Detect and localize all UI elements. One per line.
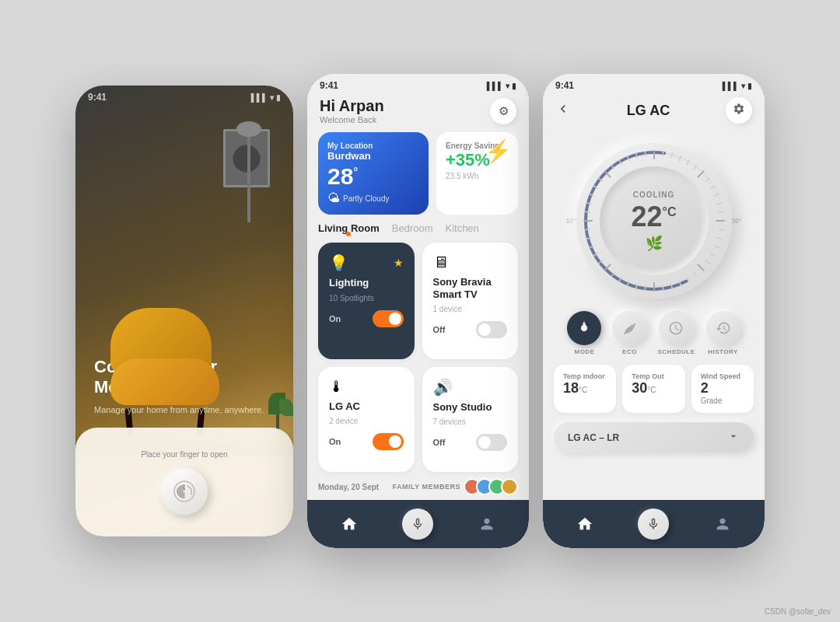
svg-line-19	[584, 211, 589, 212]
ac-status: On	[329, 437, 341, 446]
nav-home-button[interactable]	[334, 508, 365, 540]
mode-buttons-row: MODE ECO SCHEDULE	[543, 306, 765, 360]
phone-1: 9:41 ▌▌▌ ▾ ▮	[75, 86, 293, 536]
weather-location-label: My Location	[327, 142, 419, 150]
phone3-gear-icon	[733, 103, 745, 118]
svg-line-31	[662, 152, 663, 156]
lamp-pole	[247, 121, 250, 222]
watermark: CSDN @sofar_dev	[765, 607, 831, 616]
phone2-footer: Monday, 20 Sept FAMILY MEMBERS	[307, 472, 529, 500]
tab-bedroom[interactable]: Bedroom	[392, 222, 433, 236]
dial-outer[interactable]: /* ticks generated via JS */ // Draw tic…	[576, 143, 732, 299]
ac-zone-dropdown[interactable]: LG AC – LR	[554, 422, 754, 453]
ac-toggle[interactable]	[373, 433, 404, 450]
tv-status: Off	[433, 325, 446, 334]
avatar-4	[501, 478, 518, 495]
phone3-nav-mic-button[interactable]	[638, 508, 669, 540]
weather-desc: Partly Cloudy	[343, 194, 389, 203]
stats-row: Temp Indoor 18°C Temp Out 30°C Wind Spee…	[543, 360, 765, 418]
dial-svg: /* ticks generated via JS */	[576, 143, 732, 299]
phone3-nav	[543, 500, 765, 548]
svg-line-53	[662, 285, 663, 290]
bolt-icon: ⚡	[485, 138, 512, 164]
device-card-tv: 🖥 Sony Bravia Smart TV 1 device Off	[422, 243, 519, 359]
phone3-status-bar: 9:41 ▌▌▌ ▾ ▮	[543, 74, 765, 94]
back-button[interactable]	[555, 101, 571, 121]
svg-line-48	[698, 265, 703, 271]
mode-icon-history	[706, 311, 740, 345]
mode-button-eco[interactable]: ECO	[612, 311, 646, 355]
tv-count: 1 device	[433, 305, 508, 313]
chair	[110, 308, 219, 435]
phone2-status-bar: 9:41 ▌▌▌ ▾ ▮	[307, 74, 529, 94]
tab-living-room[interactable]: Living Room	[318, 222, 380, 236]
svg-line-44	[717, 238, 722, 239]
weather-city: Burdwan	[327, 150, 419, 162]
tv-icon: 🖥	[433, 253, 508, 271]
stat-wind-value: 2	[701, 380, 744, 397]
tab-kitchen[interactable]: Kitchen	[445, 222, 478, 236]
speaker-toggle[interactable]	[476, 434, 507, 451]
mode-label-schedule: SCHEDULE	[657, 348, 695, 355]
phone1-bottom: Place your finger to open	[75, 428, 293, 536]
mode-icon-schedule	[659, 311, 693, 345]
phone3-settings-button[interactable]	[726, 97, 752, 124]
mode-label-eco: ECO	[622, 348, 637, 355]
fingerprint-button[interactable]	[161, 468, 208, 515]
phone1-status-icons: ▌▌▌ ▾ ▮	[251, 93, 281, 102]
stat-wind-label: Wind Speed	[701, 372, 744, 380]
stat-indoor-label: Temp Indoor	[563, 372, 607, 380]
phone2-nav	[307, 500, 529, 548]
phone3-title: LG AC	[627, 103, 670, 119]
room-tabs: Living Room Bedroom Kitchen	[307, 222, 529, 243]
stat-wind-speed: Wind Speed 2 Grade	[691, 365, 754, 413]
svg-line-29	[645, 152, 646, 156]
phone3-nav-home-button[interactable]	[569, 508, 600, 540]
wall-art	[223, 129, 270, 187]
family-label: FAMILY MEMBERS	[392, 483, 460, 491]
weather-card: My Location Burdwan 28° 🌤 Partly Cloudy	[318, 132, 429, 215]
ac-count: 2 device	[329, 417, 404, 425]
lighting-name: Lighting	[329, 277, 404, 289]
device-grid: 💡 ★ Lighting 10 Spotlights On 🖥 S	[307, 243, 529, 472]
lighting-count: 10 Spotlights	[329, 294, 404, 302]
mode-button-mode[interactable]: MODE	[567, 311, 601, 355]
nav-profile-button[interactable]	[471, 508, 502, 540]
ac-icon: 🌡	[329, 378, 404, 396]
gear-icon: ⚙	[499, 104, 509, 118]
mode-button-schedule[interactable]: SCHEDULE	[657, 311, 695, 355]
svg-line-41	[719, 211, 723, 212]
settings-button[interactable]: ⚙	[490, 98, 516, 124]
lighting-toggle[interactable]	[373, 310, 404, 327]
tv-toggle[interactable]	[476, 321, 507, 338]
mode-button-history[interactable]: HISTORY	[706, 311, 740, 355]
phone-3: 9:41 ▌▌▌ ▾ ▮ LG AC	[543, 74, 765, 548]
phone1-subtitle: Manage your home from anytime, anywhere.	[94, 404, 275, 416]
lighting-toggle-row: On	[329, 310, 404, 327]
nav-mic-button[interactable]	[402, 508, 433, 540]
fingerprint-hint: Place your finger to open	[141, 450, 227, 459]
phone3-nav-profile-button[interactable]	[707, 508, 738, 540]
weather-temp: 28°	[327, 165, 419, 188]
lamp-head	[236, 121, 261, 137]
dropdown-label: LG AC – LR	[568, 432, 619, 443]
greeting-name: Hi Arpan	[320, 97, 384, 115]
phone1-time: 9:41	[88, 92, 107, 103]
energy-card: Energy Saving +35% 23.5 kWh ⚡	[436, 132, 518, 215]
phone2-header: Hi Arpan Welcome Back ⚙	[307, 94, 529, 132]
speaker-toggle-row: Off	[433, 434, 508, 451]
stat-outdoor-temp: Temp Out 30°C	[622, 365, 684, 413]
ac-name: LG AC	[329, 400, 404, 413]
svg-line-45	[714, 246, 719, 247]
phone2-time: 9:41	[320, 80, 338, 91]
energy-kwh: 23.5 kWh	[446, 172, 509, 180]
lighting-icon: 💡	[329, 253, 348, 272]
mode-label-history: HISTORY	[708, 348, 738, 355]
device-card-ac: 🌡 LG AC 2 device On	[318, 367, 415, 472]
svg-point-4	[576, 143, 732, 299]
temp-label-10: 10°	[566, 217, 577, 225]
phone-2: 9:41 ▌▌▌ ▾ ▮ Hi Arpan Welcome Back ⚙ M	[307, 74, 529, 548]
temp-label-30: 30°	[731, 217, 742, 225]
svg-line-17	[584, 229, 589, 230]
greeting-sub: Welcome Back	[320, 115, 384, 124]
